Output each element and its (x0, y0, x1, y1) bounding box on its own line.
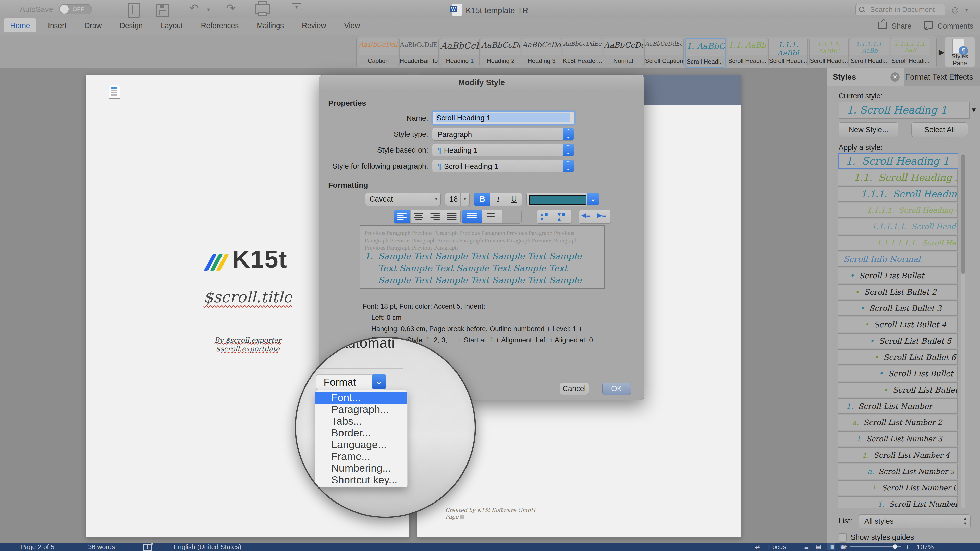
print-layout-icon[interactable]: ▥ (827, 543, 835, 550)
format-dropdown-button[interactable]: Format ⌄ (316, 374, 387, 390)
following-paragraph-select[interactable]: ¶Scroll Heading 1 ⌃⌄ (432, 160, 574, 172)
word-count[interactable]: 36 words (88, 543, 115, 551)
gallery-more-icon[interactable]: ▶ (939, 48, 945, 56)
search-box[interactable] (856, 4, 945, 15)
collapse-ribbon-icon[interactable]: ⌃ (969, 23, 974, 31)
menu-item-numbering[interactable]: Numbering... (315, 462, 407, 474)
draft-view-icon[interactable]: ≣ (804, 543, 809, 550)
style-based-on-select[interactable]: ¶Heading 1 ⌃⌄ (432, 144, 574, 156)
comments-button[interactable]: Comments (938, 22, 974, 30)
gallery-style-scroll-caption[interactable]: AaBbCcDdEeScroll Caption (644, 38, 684, 66)
scrollbar-thumb[interactable] (961, 154, 965, 274)
font-color-dropdown-icon[interactable]: ⌄ (587, 192, 599, 205)
style-item-scroll-list-number-4[interactable]: 1. Scroll List Number 4 (838, 448, 958, 463)
close-icon[interactable]: ✕ (891, 73, 900, 82)
style-item-scroll-list-bullet-6[interactable]: • Scroll List Bullet 6 (838, 349, 958, 365)
style-item-scroll-heading-1[interactable]: 1. Scroll Heading 1 (838, 153, 958, 169)
style-type-select[interactable]: Paragraph ⌃⌄ (432, 128, 574, 141)
menu-item-font[interactable]: Font... (315, 392, 407, 403)
zoom-in-icon[interactable]: + (905, 543, 909, 551)
decrease-space-button[interactable]: ▼≡▲≡ (554, 210, 571, 224)
zoom-out-icon[interactable]: − (844, 543, 848, 551)
zoom-slider[interactable] (850, 546, 901, 548)
dialog-title-bar[interactable]: Modify Style (319, 75, 644, 90)
gallery-style-normal[interactable]: AaBbCcDdEeNormal (604, 38, 643, 66)
focus-icon[interactable]: ⇄ (755, 543, 760, 550)
cancel-button[interactable]: Cancel (560, 383, 589, 395)
gallery-style-scroll-heading-5[interactable]: 1.1.1.1.1. AaBbScroll Headi... (850, 38, 889, 66)
style-item-scroll-list-bullet-7[interactable]: • Scroll List Bullet 7 (838, 366, 958, 381)
style-item-scroll-heading-3[interactable]: 1.1.1. Scroll Heading 3 (838, 186, 958, 202)
gallery-style-scroll-heading-6[interactable]: 1.1.1.1.1.1. AaEScroll Headi... (891, 38, 930, 66)
embedded-object-icon[interactable] (109, 85, 121, 99)
gallery-style-heading-1[interactable]: AaBbCcDdHeading 1 (440, 38, 479, 66)
tab-home[interactable]: Home (3, 18, 37, 32)
style-item-scroll-heading-4[interactable]: 1.1.1.1. Scroll Heading 4 (838, 203, 958, 218)
font-color-well[interactable] (527, 192, 588, 206)
gallery-style-headerbar-top[interactable]: AaBbCcDdEeHeaderBar_top (399, 38, 439, 66)
name-input[interactable] (436, 113, 570, 122)
gallery-style-heading-3[interactable]: AaBbCcDdEeHeading 3 (522, 38, 561, 66)
menu-item-tabs[interactable]: Tabs... (315, 415, 407, 427)
feedback-dropdown-icon[interactable]: ▼ (964, 7, 969, 13)
dialog-font-select[interactable]: Caveat▼ (365, 192, 441, 206)
dialog-size-select[interactable]: 18▼ (445, 192, 469, 206)
focus-button[interactable]: Focus (768, 543, 786, 551)
style-item-scroll-list-number-3[interactable]: i. Scroll List Number 3 (838, 431, 958, 446)
style-item-scroll-heading-2[interactable]: 1.1. Scroll Heading 2 (838, 170, 958, 185)
style-item-scroll-list-bullet-2[interactable]: • Scroll List Bullet 2 (838, 284, 958, 300)
language-indicator[interactable]: English (United States) (173, 543, 242, 551)
current-style-dropdown-icon[interactable]: ▼ (970, 106, 977, 114)
zoom-percentage[interactable]: 107% (917, 543, 934, 551)
style-item-scroll-heading-6[interactable]: 1.1.1.1.1.1. Scroll Heading 6 (838, 235, 958, 251)
share-button[interactable]: Share (892, 22, 912, 30)
zoom-knob[interactable] (893, 545, 897, 549)
style-item-scroll-list-number-2[interactable]: a. Scroll List Number 2 (838, 415, 958, 430)
search-input[interactable] (870, 5, 942, 14)
style-item-scroll-list-bullet-4[interactable]: • Scroll List Bullet 4 (838, 317, 958, 332)
page-indicator[interactable]: Page 2 of 5 (21, 543, 54, 551)
gallery-style-scroll-heading-2[interactable]: 1.1. AaBbScroll Headi... (728, 38, 767, 66)
select-all-button[interactable]: Select All (912, 122, 968, 137)
feedback-smiley-icon[interactable]: ☺ (950, 4, 960, 16)
name-field[interactable] (432, 111, 575, 125)
style-item-scroll-list-number-5[interactable]: a. Scroll List Number 5 (838, 464, 958, 479)
tab-layout[interactable]: Layout (154, 18, 189, 32)
gallery-style-scroll-heading-1[interactable]: 1. AaBbCScroll Headi... (685, 38, 726, 68)
style-item-scroll-list-number[interactable]: 1. Scroll List Number (838, 399, 958, 414)
dialog-align-left-button[interactable] (394, 210, 410, 224)
style-item-scroll-list-number-6[interactable]: i. Scroll List Number 6 (838, 480, 958, 495)
tab-design[interactable]: Design (113, 18, 149, 32)
gallery-style-k15t-header[interactable]: AaBbCcDdEeK15t Header... (563, 38, 602, 66)
style-item-scroll-list-bullet-5[interactable]: • Scroll List Bullet 5 (838, 333, 958, 348)
style-item-scroll-list-bullet-8[interactable]: • Scroll List Bullet 8 (838, 382, 958, 397)
gallery-style-scroll-heading-3[interactable]: 1.1.1. AaBblScroll Headi... (768, 38, 808, 66)
outline-view-icon[interactable]: ▤ (816, 543, 821, 550)
style-item-scroll-info-normal[interactable]: Scroll Info Normal (838, 251, 958, 267)
style-item-scroll-list-number-7[interactable]: 1. Scroll List Number 7 (838, 496, 958, 508)
one-half-spacing-button[interactable] (482, 210, 502, 224)
tab-view[interactable]: View (337, 18, 366, 32)
tab-draw[interactable]: Draw (78, 18, 108, 32)
menu-item-paragraph[interactable]: Paragraph... (315, 403, 407, 415)
dialog-italic-button[interactable]: I (490, 192, 506, 206)
style-item-scroll-list-bullet-3[interactable]: • Scroll List Bullet 3 (838, 300, 958, 316)
menu-item-language[interactable]: Language... (315, 439, 407, 451)
tab-insert[interactable]: Insert (41, 18, 73, 32)
proofing-icon[interactable] (143, 544, 152, 551)
ok-button[interactable]: OK (602, 383, 631, 395)
tab-styles-pane[interactable]: Styles ✕ (827, 68, 904, 86)
show-styles-guides-checkbox[interactable] (838, 533, 847, 541)
dialog-align-center-button[interactable] (410, 210, 427, 224)
gallery-style-caption[interactable]: AaBbCcDdEeCaption (359, 38, 398, 66)
current-style-value[interactable]: 1. Scroll Heading 1 (838, 102, 970, 119)
dialog-justify-button[interactable] (444, 210, 460, 224)
dialog-decrease-indent-button[interactable]: ◀≡ (579, 210, 595, 224)
dialog-bold-button[interactable]: B (474, 192, 490, 206)
dialog-align-right-button[interactable] (427, 210, 444, 224)
tab-mailings[interactable]: Mailings (250, 18, 290, 32)
dialog-underline-button[interactable]: U (506, 192, 522, 206)
menu-item-shortcut-key[interactable]: Shortcut key... (315, 474, 407, 486)
tab-review[interactable]: Review (295, 18, 333, 32)
styles-pane-button[interactable]: Styles Pane (945, 37, 975, 67)
